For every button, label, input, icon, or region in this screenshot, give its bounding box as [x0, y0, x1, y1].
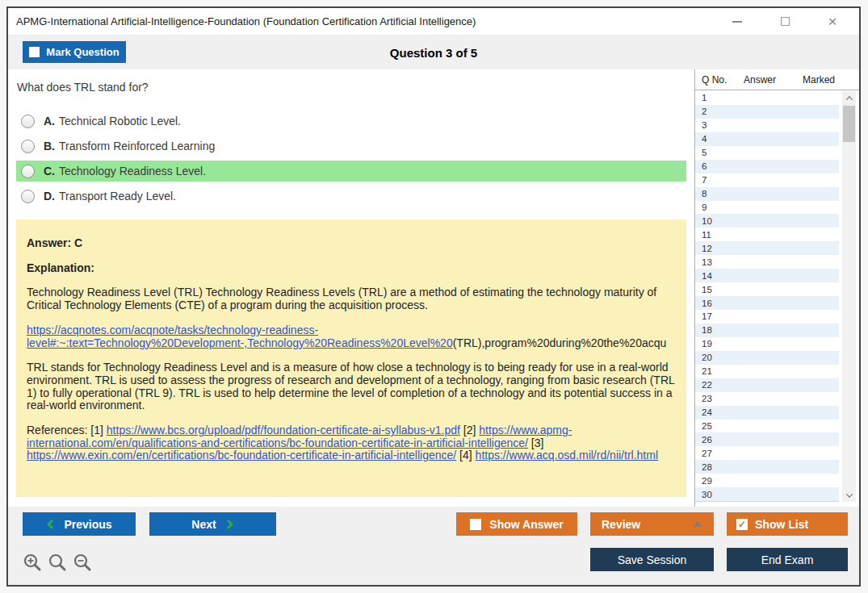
question-number-cell: 30 — [695, 490, 712, 499]
question-number-cell: 9 — [695, 203, 707, 212]
question-list-row[interactable]: 6 — [695, 160, 839, 173]
question-list-row[interactable]: 19 — [695, 337, 839, 351]
close-button[interactable]: × — [824, 13, 841, 31]
checkmark-icon: ✓ — [738, 520, 746, 529]
acq-osd-link[interactable]: https://www.acq.osd.mil/rd/nii/trl.html — [476, 449, 658, 461]
review-button[interactable]: Review — [590, 512, 714, 536]
question-list-scrollbar[interactable] — [842, 91, 856, 502]
chevron-right-icon — [226, 519, 234, 530]
mark-question-button[interactable]: Mark Question — [23, 41, 126, 63]
question-list-row[interactable]: 9 — [695, 201, 839, 215]
question-list-row[interactable]: 5 — [695, 146, 839, 160]
show-answer-button[interactable]: Show Answer — [456, 512, 577, 536]
exin-link[interactable]: https://www.exin.com/en/certifications/b… — [27, 449, 456, 461]
question-number-cell: 7 — [695, 175, 707, 185]
header-bar: Mark Question Question 3 of 5 — [8, 35, 859, 69]
radio-icon[interactable] — [21, 140, 35, 153]
option-letter: A. — [44, 115, 55, 127]
window-title: APMG-International Artificial-Intelligen… — [16, 15, 476, 27]
close-icon: × — [828, 14, 837, 29]
question-list-row[interactable]: 21 — [695, 365, 839, 378]
question-list-row[interactable]: 17 — [695, 310, 839, 324]
question-list-row[interactable]: 24 — [695, 406, 839, 420]
acqnotes-link[interactable]: level#:~:text=Technology%20Development-,… — [27, 336, 453, 349]
question-list-row[interactable]: 11 — [695, 228, 839, 241]
acqnotes-link[interactable]: https://acqnotes.com/acqnote/tasks/techn… — [27, 324, 318, 336]
previous-label: Previous — [64, 518, 111, 531]
question-number-cell: 1 — [695, 93, 707, 102]
question-number-cell: 5 — [695, 148, 707, 157]
scroll-up-button[interactable] — [842, 91, 856, 105]
explanation-paragraph-2: TRL stands for Technology Readiness Leve… — [27, 361, 675, 412]
column-header-marked: Marked — [803, 74, 835, 86]
question-list-body: 1234567891011121314151617181920212223242… — [695, 91, 839, 502]
question-number-cell: 20 — [695, 353, 712, 362]
question-list-row[interactable]: 29 — [695, 474, 839, 487]
question-list-panel: Q No. Answer Marked 12345678910111213141… — [694, 69, 859, 507]
zoom-in-icon[interactable] — [23, 553, 42, 574]
option-c-correct[interactable]: C. Technology Readiness Level. — [16, 161, 686, 182]
question-list-row[interactable]: 20 — [695, 351, 839, 365]
question-number-cell: 10 — [695, 216, 712, 226]
option-b[interactable]: B. Transform Reinforced Learning — [16, 136, 686, 157]
question-list-row[interactable]: 12 — [695, 241, 839, 255]
end-exam-button[interactable]: End Exam — [727, 548, 848, 571]
question-list-row[interactable]: 4 — [695, 132, 839, 146]
question-list-header: Q No. Answer Marked — [695, 69, 859, 90]
question-number-cell: 11 — [695, 230, 711, 240]
question-number-cell: 8 — [695, 189, 707, 198]
scroll-down-button[interactable] — [842, 488, 856, 502]
radio-icon[interactable] — [21, 115, 35, 128]
question-list-row[interactable]: 27 — [695, 446, 839, 460]
minimize-button[interactable] — [728, 13, 746, 31]
zoom-out-icon[interactable] — [73, 553, 92, 574]
title-bar: APMG-International Artificial-Intelligen… — [8, 8, 859, 35]
question-list-row[interactable]: 7 — [695, 173, 839, 187]
question-list-row[interactable]: 18 — [695, 324, 839, 337]
question-list-row[interactable]: 13 — [695, 255, 839, 269]
explanation-box: Answer: C Explanation: Technology Readin… — [16, 219, 686, 497]
option-a[interactable]: A. Technical Robotic Level. — [16, 111, 686, 132]
footer-bar: Previous Next Show Answer Review ✓ Show … — [8, 507, 859, 585]
mark-question-checkbox[interactable] — [29, 47, 40, 57]
question-list-row[interactable]: 1 — [695, 91, 839, 105]
question-list-row[interactable]: 3 — [695, 119, 839, 132]
show-answer-checkbox[interactable] — [470, 519, 481, 530]
next-button[interactable]: Next — [149, 512, 276, 536]
question-list-row[interactable]: 8 — [695, 187, 839, 201]
explanation-paragraph-1: Technology Readiness Level (TRL) Technol… — [27, 286, 675, 311]
review-label: Review — [602, 518, 640, 531]
question-list-row[interactable]: 15 — [695, 282, 839, 296]
question-list-row[interactable]: 10 — [695, 214, 839, 228]
question-number-cell: 22 — [695, 380, 712, 390]
question-number-cell: 6 — [695, 161, 707, 171]
option-d[interactable]: D. Transport Ready Level. — [16, 186, 686, 207]
question-list-row[interactable]: 28 — [695, 460, 839, 474]
references-block: References: [1] https://www.bcs.org/uplo… — [27, 424, 675, 462]
question-list-row[interactable]: 25 — [695, 420, 839, 433]
question-list-row[interactable]: 26 — [695, 432, 839, 446]
radio-icon[interactable] — [21, 190, 35, 203]
answer-label: Answer: C — [27, 237, 675, 250]
show-list-button[interactable]: ✓ Show List — [727, 512, 848, 536]
question-list-row[interactable]: 2 — [695, 105, 839, 119]
bcs-link[interactable]: https://www.bcs.org/upload/pdf/foundatio… — [107, 424, 460, 436]
radio-icon[interactable] — [21, 165, 35, 178]
option-letter: D. — [44, 190, 55, 203]
option-letter: C. — [44, 165, 55, 177]
options-list: A. Technical Robotic Level. B. Transform… — [16, 111, 686, 207]
show-list-label: Show List — [755, 518, 808, 531]
save-session-button[interactable]: Save Session — [590, 548, 714, 571]
question-number-cell: 26 — [695, 435, 712, 445]
maximize-button[interactable] — [776, 13, 794, 31]
question-number-cell: 19 — [695, 339, 712, 349]
previous-button[interactable]: Previous — [23, 512, 136, 536]
question-list-row[interactable]: 23 — [695, 392, 839, 406]
question-list-row[interactable]: 14 — [695, 269, 839, 282]
question-list-row[interactable]: 22 — [695, 378, 839, 392]
question-list-row[interactable]: 16 — [695, 296, 839, 310]
question-list-row[interactable]: 30 — [695, 487, 839, 501]
zoom-reset-icon[interactable] — [48, 553, 67, 574]
show-list-checkbox[interactable]: ✓ — [736, 519, 748, 530]
scrollbar-thumb[interactable] — [843, 106, 855, 142]
